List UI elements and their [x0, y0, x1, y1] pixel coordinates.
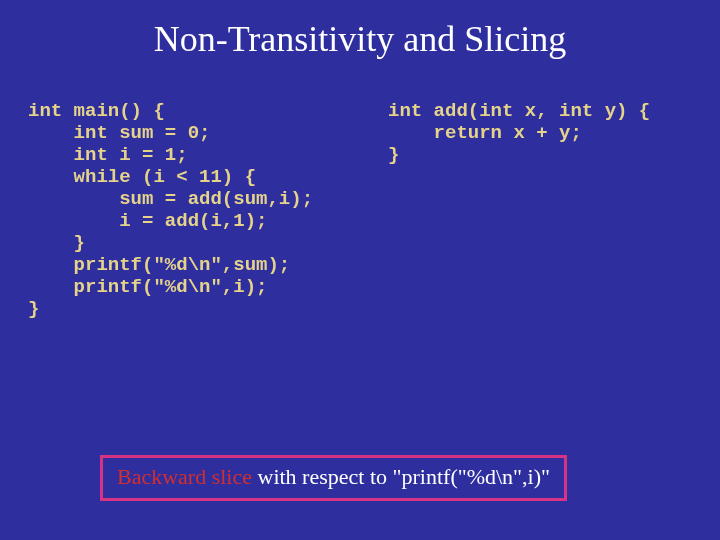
- add-function-code: int add(int x, int y) { return x + y; }: [388, 100, 650, 166]
- main-function-code: int main() { int sum = 0; int i = 1; whi…: [28, 100, 313, 320]
- backward-slice-callout: Backward slice with respect to "printf("…: [100, 455, 567, 501]
- callout-emphasis: Backward slice: [117, 464, 252, 489]
- page-title: Non-Transitivity and Slicing: [0, 0, 720, 60]
- code-block: int main() { int sum = 0; int i = 1; whi…: [28, 100, 710, 166]
- callout-text: with respect to "printf("%d\n",i)": [252, 464, 550, 489]
